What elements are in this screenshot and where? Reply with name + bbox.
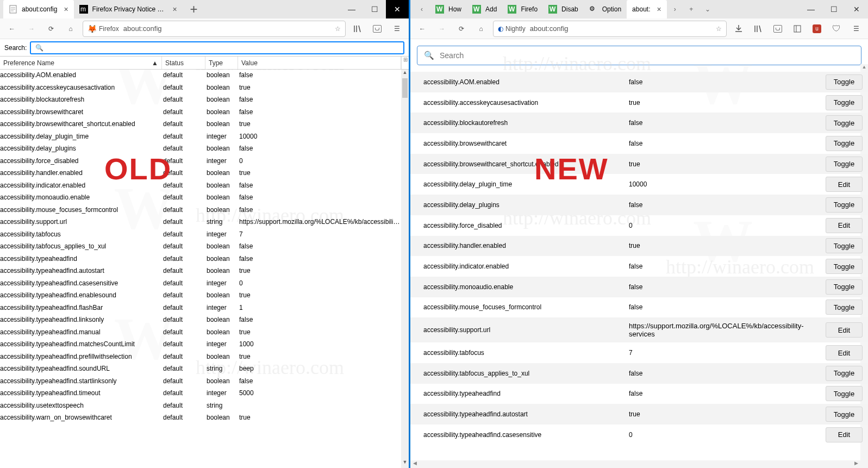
toggle-button[interactable]: Toggle <box>826 95 863 110</box>
tab-aboutconfig[interactable]: about:config × <box>3 0 74 18</box>
search-input[interactable] <box>440 51 854 60</box>
col-preference-name[interactable]: Preference Name ▲ <box>0 57 162 69</box>
reload-button[interactable]: ⟳ <box>454 21 469 36</box>
pref-row[interactable]: accessibility.delay_pluginsdefaultboolea… <box>0 143 409 155</box>
toggle-button[interactable]: Toggle <box>826 74 863 90</box>
pref-row[interactable]: accessibility.AOM.enableddefaultbooleanf… <box>0 70 409 82</box>
pref-row[interactable]: accessibility.typeaheadfind.casesensitiv… <box>0 278 409 290</box>
home-button[interactable]: ⌂ <box>63 21 78 36</box>
reload-button[interactable]: ⟳ <box>43 21 59 36</box>
identity-box[interactable]: 🦊Firefox <box>88 24 119 33</box>
menu-icon[interactable]: ☰ <box>848 21 864 36</box>
toggle-button[interactable]: Toggle <box>826 299 863 315</box>
close-icon[interactable]: × <box>657 5 661 14</box>
forward-button[interactable]: → <box>24 21 39 36</box>
pref-row[interactable]: accessibility.typeaheadfind.manualdefaul… <box>0 327 409 339</box>
pref-row[interactable]: accessibility.mouse_focuses_formcontrold… <box>0 204 409 217</box>
tab-add[interactable]: WAdd <box>467 0 502 18</box>
toggle-button[interactable]: Toggle <box>826 136 863 151</box>
library-icon[interactable] <box>350 21 365 36</box>
pref-row[interactable]: accessibility.tabfocusdefaultinteger7 <box>0 229 409 241</box>
downloads-icon[interactable] <box>731 21 746 36</box>
pref-row[interactable]: accessibility.typeaheadfind.linksonlydef… <box>0 314 409 327</box>
search-input[interactable]: 🔍 <box>30 41 404 54</box>
home-button[interactable]: ⌂ <box>473 21 489 36</box>
edit-button[interactable]: Edit <box>826 218 863 233</box>
pref-row[interactable]: accessibility.accesskeycausesactivationd… <box>0 82 409 95</box>
tab-scroll-right[interactable]: › <box>667 0 683 18</box>
toggle-button[interactable]: Toggle <box>826 197 863 213</box>
pref-row[interactable]: accessibility.force_disableddefaultinteg… <box>0 155 409 168</box>
edit-button[interactable]: Edit <box>826 177 863 192</box>
maximize-button[interactable]: ☐ <box>363 0 386 18</box>
maximize-button[interactable]: ☐ <box>822 0 845 18</box>
new-tab-button[interactable]: + <box>683 0 700 18</box>
pref-row[interactable]: accessibility.blockautorefreshdefaultboo… <box>0 94 409 107</box>
tab-disable[interactable]: WDisab <box>543 0 584 18</box>
tab-privacy-notice[interactable]: m Firefox Privacy Notice — Mozi × <box>74 0 183 18</box>
forward-button[interactable]: → <box>434 21 449 36</box>
search-input-box[interactable]: 🔍 <box>417 46 861 65</box>
pref-row[interactable]: accessibility.delay_plugin_timedefaultin… <box>0 131 409 143</box>
pref-row[interactable]: accessibility.indicator.enableddefaultbo… <box>0 180 409 192</box>
toggle-button[interactable]: Toggle <box>826 366 863 381</box>
col-status[interactable]: Status <box>162 57 205 69</box>
pref-row[interactable]: accessibility.usetexttospeechdefaultstri… <box>0 400 409 413</box>
bookmark-star-icon[interactable]: ☆ <box>335 25 341 33</box>
col-type[interactable]: Type <box>205 57 238 69</box>
pref-row[interactable]: accessibility.tabfocus_applies_to_xuldef… <box>0 241 409 253</box>
pref-row[interactable]: accessibility.browsewithcaret_shortcut.e… <box>0 118 409 131</box>
url-bar[interactable]: ◐Nightly about:config ☆ <box>493 21 727 37</box>
toggle-button[interactable]: Toggle <box>826 279 863 295</box>
library-icon[interactable] <box>751 21 766 36</box>
column-picker-icon[interactable]: ⊞ <box>401 57 409 69</box>
menu-icon[interactable]: ☰ <box>389 21 404 36</box>
col-value[interactable]: Value <box>238 57 401 69</box>
url-bar[interactable]: 🦊Firefox about:config ☆ <box>83 21 346 37</box>
edit-button[interactable]: Edit <box>826 427 863 442</box>
close-icon[interactable]: × <box>172 5 177 14</box>
pref-row[interactable]: accessibility.typeaheadfind.autostartdef… <box>0 265 409 278</box>
toggle-button[interactable]: Toggle <box>826 157 863 172</box>
all-tabs-icon[interactable]: ⌄ <box>700 0 716 18</box>
toggle-button[interactable]: Toggle <box>826 115 863 130</box>
toggle-button[interactable]: Toggle <box>826 407 863 422</box>
pref-row[interactable]: accessibility.handler.enableddefaultbool… <box>0 167 409 180</box>
new-tab-button[interactable]: + <box>183 0 205 18</box>
toggle-button[interactable]: Toggle <box>826 238 863 253</box>
close-window-button[interactable]: ✕ <box>386 0 409 18</box>
pref-row[interactable]: accessibility.typeaheadfind.timeoutdefau… <box>0 388 409 400</box>
tab-how[interactable]: WHow <box>430 0 467 18</box>
minimize-button[interactable]: — <box>340 0 363 18</box>
toggle-button[interactable]: Toggle <box>826 259 863 274</box>
close-icon[interactable]: × <box>64 5 68 14</box>
back-button[interactable]: ← <box>4 21 20 36</box>
tab-options[interactable]: ⚙Option <box>584 0 627 18</box>
sidebar-icon[interactable] <box>770 21 785 36</box>
pref-row[interactable]: accessibility.typeaheadfind.enablesoundd… <box>0 290 409 302</box>
pref-row[interactable]: accessibility.monoaudio.enabledefaultboo… <box>0 192 409 204</box>
tab-aboutconfig[interactable]: about:× <box>627 0 667 18</box>
tab-firefox[interactable]: WFirefo <box>502 0 543 18</box>
sidebar-icon[interactable] <box>370 21 385 36</box>
tab-scroll-left[interactable]: ‹ <box>414 0 430 18</box>
pref-row[interactable]: accessibility.typeaheadfind.startlinkson… <box>0 376 409 388</box>
back-button[interactable]: ← <box>415 21 430 36</box>
pref-row[interactable]: accessibility.browsewithcaretdefaultbool… <box>0 107 409 119</box>
pref-row[interactable]: accessibility.typeaheadfind.flashBardefa… <box>0 302 409 315</box>
privacy-shield-icon[interactable]: 🛡 <box>829 21 844 36</box>
pref-row[interactable]: accessibility.typeaheadfinddefaultboolea… <box>0 253 409 266</box>
reader-icon[interactable] <box>790 21 805 36</box>
vertical-scrollbar[interactable]: ▲▼ <box>401 70 409 468</box>
identity-box[interactable]: ◐Nightly <box>498 25 526 33</box>
toggle-button[interactable]: Toggle <box>826 386 863 401</box>
edit-button[interactable]: Edit <box>826 322 863 338</box>
minimize-button[interactable]: — <box>800 0 822 18</box>
pref-row[interactable]: accessibility.typeaheadfind.prefillwiths… <box>0 351 409 364</box>
close-window-button[interactable]: ✕ <box>845 0 868 18</box>
pref-row[interactable]: accessibility.typeaheadfind.soundURLdefa… <box>0 363 409 376</box>
pref-row[interactable]: accessibility.support.urldefaultstringht… <box>0 216 409 229</box>
pref-row[interactable]: accessibility.warn_on_browsewithcaretdef… <box>0 412 409 425</box>
ublock-icon[interactable]: u <box>809 21 825 36</box>
pref-row[interactable]: accessibility.typeaheadfind.matchesCount… <box>0 339 409 351</box>
